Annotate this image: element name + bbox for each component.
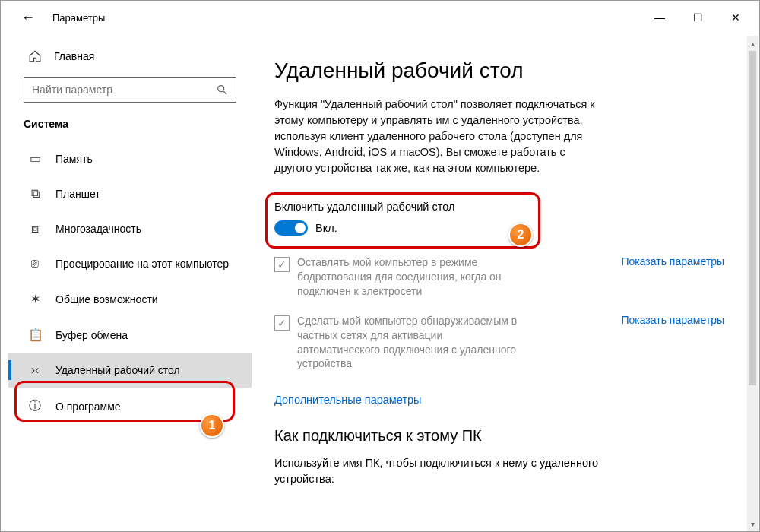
sidebar-item-projecting[interactable]: ⎚ Проецирование на этот компьютер [8, 246, 252, 281]
remote-desktop-toggle[interactable] [274, 220, 308, 236]
titlebar: ← Параметры — ☐ ✕ [1, 1, 759, 34]
sidebar-item-label: Память [55, 153, 93, 165]
search-input[interactable] [24, 77, 236, 103]
remote-desktop-icon: ›‹ [28, 363, 42, 377]
sidebar-item-clipboard[interactable]: 📋 Буфер обмена [8, 317, 252, 353]
maximize-button[interactable]: ☐ [680, 5, 715, 30]
clipboard-icon: 📋 [28, 328, 42, 342]
show-settings-link[interactable]: Показать параметры [621, 314, 729, 326]
page-title: Удаленный рабочий стол [274, 59, 729, 83]
minimize-button[interactable]: — [642, 5, 677, 30]
sidebar-item-label: Удаленный рабочий стол [55, 364, 180, 376]
scroll-down-arrow[interactable]: ▾ [747, 518, 758, 530]
checkbox-discoverable[interactable]: ✓ [274, 315, 290, 331]
sub-options: ✓ Оставлять мой компьютер в режиме бодрс… [274, 255, 729, 371]
checkbox-keep-awake[interactable]: ✓ [274, 257, 290, 272]
vertical-scrollbar[interactable]: ▴ ▾ [747, 36, 758, 531]
sidebar-category: Система [8, 113, 252, 141]
sidebar-item-label: Буфер обмена [55, 329, 128, 341]
svg-point-0 [218, 86, 224, 92]
info-icon: ⓘ [28, 398, 42, 414]
sidebar: Главная Система ▭ Память ⧉ Планшет ⧈ Мно… [1, 34, 252, 532]
search-icon [216, 84, 228, 96]
sidebar-item-about[interactable]: ⓘ О программе [8, 388, 252, 425]
show-settings-link[interactable]: Показать параметры [621, 255, 729, 268]
projecting-icon: ⎚ [28, 257, 42, 271]
sub-option-discoverable: ✓ Сделать мой компьютер обнаруживаемым в… [274, 314, 729, 372]
advanced-settings-link[interactable]: Дополнительные параметры [274, 394, 422, 406]
sidebar-item-shared[interactable]: ✶ Общие возможности [8, 281, 252, 317]
scrollbar-thumb[interactable] [749, 51, 756, 385]
storage-icon: ▭ [28, 151, 42, 166]
scroll-up-arrow[interactable]: ▴ [747, 37, 758, 49]
toggle-label: Включить удаленный рабочий стол [274, 201, 729, 213]
toggle-state: Вкл. [315, 222, 337, 234]
page-description: Функция "Удаленный рабочий стол" позволя… [274, 97, 601, 176]
content-pane: Удаленный рабочий стол Функция "Удаленны… [252, 34, 759, 532]
sub-option-text: Сделать мой компьютер обнаруживаемым в ч… [297, 314, 525, 372]
remote-desktop-toggle-section: Включить удаленный рабочий стол Вкл. [274, 193, 729, 243]
sidebar-item-remote-desktop[interactable]: ›‹ Удаленный рабочий стол [8, 353, 252, 388]
sidebar-nav-list: ▭ Память ⧉ Планшет ⧈ Многозадачность ⎚ П… [8, 141, 252, 425]
connect-section-desc: Используйте имя ПК, чтобы подключиться к… [274, 455, 624, 487]
close-button[interactable]: ✕ [718, 5, 753, 30]
window-controls: — ☐ ✕ [642, 5, 753, 30]
home-icon [28, 49, 42, 63]
multitask-icon: ⧈ [28, 222, 42, 236]
sidebar-item-label: Главная [54, 50, 94, 62]
sidebar-item-home[interactable]: Главная [8, 43, 252, 69]
shared-icon: ✶ [28, 292, 42, 306]
back-button[interactable]: ← [16, 5, 40, 30]
sidebar-item-label: Проецирование на этот компьютер [55, 258, 229, 270]
connect-section-title: Как подключиться к этому ПК [274, 427, 729, 445]
sub-option-keep-awake: ✓ Оставлять мой компьютер в режиме бодрс… [274, 255, 729, 299]
sidebar-item-multitask[interactable]: ⧈ Многозадачность [8, 211, 252, 246]
window-title: Параметры [52, 12, 105, 24]
sidebar-item-label: Общие возможности [55, 293, 158, 306]
sidebar-item-label: Многозадачность [55, 223, 141, 235]
sidebar-item-label: О программе [55, 401, 121, 413]
search-field[interactable] [32, 84, 216, 96]
svg-line-1 [223, 91, 226, 94]
sidebar-item-tablet[interactable]: ⧉ Планшет [8, 176, 252, 211]
sidebar-item-memory[interactable]: ▭ Память [8, 141, 252, 176]
sub-option-text: Оставлять мой компьютер в режиме бодрств… [297, 255, 525, 299]
sidebar-item-label: Планшет [55, 188, 100, 200]
tablet-icon: ⧉ [28, 187, 42, 201]
